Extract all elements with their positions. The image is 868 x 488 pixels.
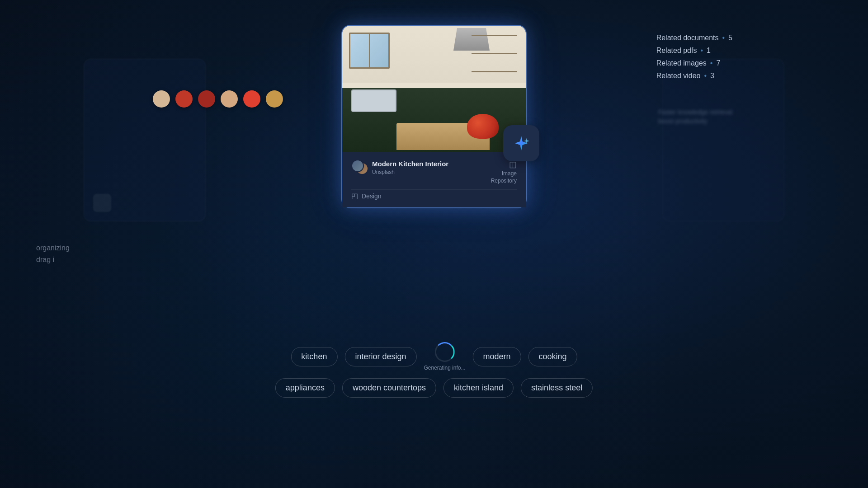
related-label: Related pdfs xyxy=(656,47,697,55)
shelf-3 xyxy=(472,71,517,72)
related-count: 3 xyxy=(710,72,714,80)
left-text-line2: drag i xyxy=(36,256,70,264)
related-label: Related documents xyxy=(656,34,719,42)
left-side-text: organizing drag i xyxy=(36,244,70,267)
left-panel xyxy=(84,59,206,221)
related-count: 5 xyxy=(728,34,732,42)
shelf-1 xyxy=(472,35,517,36)
related-label: Related video xyxy=(656,72,701,80)
cooking-pot xyxy=(467,114,499,139)
tag-pill-interior-design[interactable]: interior design xyxy=(344,347,416,366)
card-type: ◫ Image Repository xyxy=(491,160,517,184)
kitchen-counter xyxy=(342,83,526,152)
left-panel-inner xyxy=(93,194,111,212)
kitchen-shelves xyxy=(472,35,517,89)
tag-pill-kitchen[interactable]: kitchen xyxy=(291,347,337,366)
tag-pill-stainless-steel[interactable]: stainless steel xyxy=(521,378,593,398)
color-dot-tan[interactable] xyxy=(221,90,238,108)
tag-pill-modern[interactable]: modern xyxy=(473,347,521,366)
tags-row-2: applianceswooden countertopskitchen isla… xyxy=(275,378,593,398)
related-label: Related images xyxy=(656,59,707,67)
related-panel: Related documents • 5 Related pdfs • 1 R… xyxy=(656,34,732,84)
color-palette xyxy=(153,90,283,108)
counter-top xyxy=(342,83,526,88)
color-dot-amber[interactable] xyxy=(266,90,283,108)
color-dot-red[interactable] xyxy=(198,90,215,108)
tag-pill-cooking[interactable]: cooking xyxy=(528,347,577,366)
related-dot: • xyxy=(722,34,725,42)
sparkle-icon xyxy=(511,133,531,153)
blurred-description: Faster knowledge retrieval boost product… xyxy=(658,108,732,127)
kitchen-scene xyxy=(342,26,526,152)
related-dot: • xyxy=(710,59,713,67)
card-source: Unsplash xyxy=(372,169,448,175)
card-type-label: Image xyxy=(502,170,517,177)
blurred-line1: Faster knowledge retrieval xyxy=(658,108,732,116)
tags-container: kitcheninterior design Generating info..… xyxy=(275,342,593,398)
card-title: Modern Kitchen Interior xyxy=(372,160,448,168)
blurred-line2: boost productivity xyxy=(658,117,732,125)
related-count: 1 xyxy=(707,47,711,55)
tag-label: Design xyxy=(362,192,382,200)
shelf-2 xyxy=(472,53,517,54)
related-item-related-images: Related images • 7 xyxy=(656,59,732,67)
kitchen-window xyxy=(349,33,390,69)
generating-text: Generating info... xyxy=(424,365,465,371)
card-image xyxy=(342,26,526,152)
avatar-stack xyxy=(351,160,368,176)
loading-spinner-container: Generating info... xyxy=(424,342,465,371)
color-dot-dark-red[interactable] xyxy=(175,90,193,108)
kitchen-sink xyxy=(351,89,396,112)
tag-pill-appliances[interactable]: appliances xyxy=(275,378,335,398)
avatar-1 xyxy=(351,160,364,172)
tag-icon: ◰ xyxy=(351,192,358,200)
related-item-related-documents: Related documents • 5 xyxy=(656,34,732,42)
related-dot: • xyxy=(704,72,707,80)
card-title-row: Modern Kitchen Interior Unsplash ◫ Image… xyxy=(351,160,517,184)
loading-spinner xyxy=(435,342,455,362)
tags-row-1: kitcheninterior design Generating info..… xyxy=(291,342,577,371)
tag-pill-wooden-countertops[interactable]: wooden countertops xyxy=(342,378,436,398)
card-type-sub: Repository xyxy=(491,178,517,184)
card-author: Modern Kitchen Interior Unsplash xyxy=(351,160,448,176)
tag-pill-kitchen-island[interactable]: kitchen island xyxy=(443,378,514,398)
related-count: 7 xyxy=(716,59,720,67)
card-info: Modern Kitchen Interior Unsplash ◫ Image… xyxy=(342,152,526,207)
card-tag-row: ◰ Design xyxy=(351,189,517,200)
related-item-related-pdfs: Related pdfs • 1 xyxy=(656,47,732,55)
color-dot-orange-red[interactable] xyxy=(243,90,260,108)
related-dot: • xyxy=(700,47,703,55)
ai-sparkle-button[interactable] xyxy=(503,125,539,161)
main-card: Modern Kitchen Interior Unsplash ◫ Image… xyxy=(341,25,527,208)
color-dot-cream[interactable] xyxy=(153,90,170,108)
left-text-line1: organizing xyxy=(36,244,70,252)
card-title-text: Modern Kitchen Interior Unsplash xyxy=(372,160,448,175)
related-item-related-video: Related video • 3 xyxy=(656,72,732,80)
